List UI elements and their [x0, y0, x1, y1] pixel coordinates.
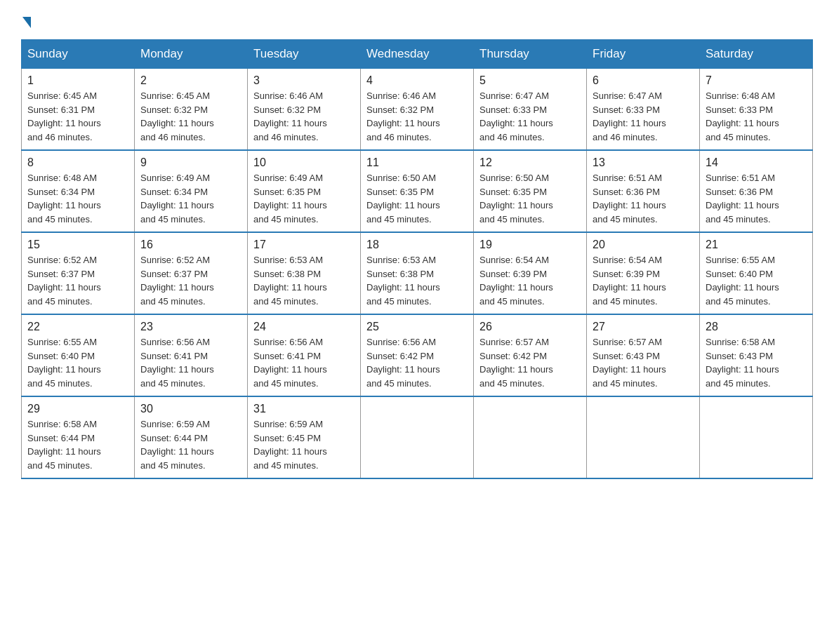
calendar-cell: 11 Sunrise: 6:50 AM Sunset: 6:35 PM Dayl… — [361, 150, 474, 232]
day-number: 26 — [479, 321, 581, 333]
header-wednesday: Wednesday — [361, 40, 474, 69]
day-number: 6 — [593, 74, 694, 87]
day-info: Sunrise: 6:46 AM Sunset: 6:32 PM Dayligh… — [253, 89, 355, 144]
day-number: 16 — [140, 239, 241, 251]
day-info: Sunrise: 6:53 AM Sunset: 6:38 PM Dayligh… — [253, 253, 355, 308]
calendar-cell: 14 Sunrise: 6:51 AM Sunset: 6:36 PM Dayl… — [700, 150, 813, 232]
day-number: 7 — [706, 74, 807, 87]
day-info: Sunrise: 6:57 AM Sunset: 6:43 PM Dayligh… — [593, 335, 694, 390]
header-thursday: Thursday — [474, 40, 587, 69]
calendar-cell: 15 Sunrise: 6:52 AM Sunset: 6:37 PM Dayl… — [22, 232, 135, 314]
day-info: Sunrise: 6:54 AM Sunset: 6:39 PM Dayligh… — [593, 253, 694, 308]
calendar-cell — [700, 396, 813, 478]
header-friday: Friday — [587, 40, 700, 69]
calendar-week-row: 15 Sunrise: 6:52 AM Sunset: 6:37 PM Dayl… — [22, 232, 813, 314]
day-info: Sunrise: 6:55 AM Sunset: 6:40 PM Dayligh… — [706, 253, 807, 308]
calendar-cell: 1 Sunrise: 6:45 AM Sunset: 6:31 PM Dayli… — [22, 69, 135, 151]
header-tuesday: Tuesday — [248, 40, 361, 69]
calendar-cell: 7 Sunrise: 6:48 AM Sunset: 6:33 PM Dayli… — [700, 69, 813, 151]
header-sunday: Sunday — [22, 40, 135, 69]
calendar-cell: 8 Sunrise: 6:48 AM Sunset: 6:34 PM Dayli… — [22, 150, 135, 232]
calendar-cell: 5 Sunrise: 6:47 AM Sunset: 6:33 PM Dayli… — [474, 69, 587, 151]
day-info: Sunrise: 6:47 AM Sunset: 6:33 PM Dayligh… — [593, 89, 694, 144]
day-number: 27 — [593, 321, 694, 333]
day-info: Sunrise: 6:54 AM Sunset: 6:39 PM Dayligh… — [479, 253, 581, 308]
day-number: 11 — [366, 156, 468, 169]
day-number: 29 — [27, 403, 128, 415]
day-info: Sunrise: 6:48 AM Sunset: 6:34 PM Dayligh… — [27, 171, 128, 226]
calendar-cell — [474, 396, 587, 478]
day-info: Sunrise: 6:59 AM Sunset: 6:44 PM Dayligh… — [140, 417, 241, 472]
day-number: 28 — [706, 321, 807, 333]
day-info: Sunrise: 6:56 AM Sunset: 6:41 PM Dayligh… — [253, 335, 355, 390]
calendar-cell: 25 Sunrise: 6:56 AM Sunset: 6:42 PM Dayl… — [361, 314, 474, 396]
calendar-cell: 3 Sunrise: 6:46 AM Sunset: 6:32 PM Dayli… — [248, 69, 361, 151]
calendar-cell: 29 Sunrise: 6:58 AM Sunset: 6:44 PM Dayl… — [22, 396, 135, 478]
calendar-table: Sunday Monday Tuesday Wednesday Thursday… — [21, 39, 813, 479]
header-monday: Monday — [135, 40, 248, 69]
day-info: Sunrise: 6:58 AM Sunset: 6:43 PM Dayligh… — [706, 335, 807, 390]
day-info: Sunrise: 6:53 AM Sunset: 6:38 PM Dayligh… — [366, 253, 468, 308]
calendar-cell: 13 Sunrise: 6:51 AM Sunset: 6:36 PM Dayl… — [587, 150, 700, 232]
day-number: 25 — [366, 321, 468, 333]
calendar-header-row: Sunday Monday Tuesday Wednesday Thursday… — [22, 40, 813, 69]
calendar-week-row: 1 Sunrise: 6:45 AM Sunset: 6:31 PM Dayli… — [22, 69, 813, 151]
day-number: 8 — [27, 156, 128, 169]
day-info: Sunrise: 6:56 AM Sunset: 6:41 PM Dayligh… — [140, 335, 241, 390]
day-info: Sunrise: 6:46 AM Sunset: 6:32 PM Dayligh… — [366, 89, 468, 144]
calendar-cell: 30 Sunrise: 6:59 AM Sunset: 6:44 PM Dayl… — [135, 396, 248, 478]
calendar-cell: 18 Sunrise: 6:53 AM Sunset: 6:38 PM Dayl… — [361, 232, 474, 314]
day-number: 19 — [479, 239, 581, 251]
day-number: 17 — [253, 239, 355, 251]
day-info: Sunrise: 6:48 AM Sunset: 6:33 PM Dayligh… — [706, 89, 807, 144]
day-info: Sunrise: 6:45 AM Sunset: 6:31 PM Dayligh… — [27, 89, 128, 144]
logo — [21, 14, 32, 25]
calendar-cell: 22 Sunrise: 6:55 AM Sunset: 6:40 PM Dayl… — [22, 314, 135, 396]
day-number: 4 — [366, 74, 468, 87]
day-info: Sunrise: 6:49 AM Sunset: 6:35 PM Dayligh… — [253, 171, 355, 226]
day-number: 5 — [479, 74, 581, 87]
day-info: Sunrise: 6:59 AM Sunset: 6:45 PM Dayligh… — [253, 417, 355, 472]
day-number: 20 — [593, 239, 694, 251]
page-header — [21, 14, 813, 25]
calendar-cell: 17 Sunrise: 6:53 AM Sunset: 6:38 PM Dayl… — [248, 232, 361, 314]
calendar-cell — [587, 396, 700, 478]
day-number: 15 — [27, 239, 128, 251]
day-info: Sunrise: 6:55 AM Sunset: 6:40 PM Dayligh… — [27, 335, 128, 390]
calendar-cell: 21 Sunrise: 6:55 AM Sunset: 6:40 PM Dayl… — [700, 232, 813, 314]
day-info: Sunrise: 6:52 AM Sunset: 6:37 PM Dayligh… — [140, 253, 241, 308]
day-number: 24 — [253, 321, 355, 333]
calendar-cell: 12 Sunrise: 6:50 AM Sunset: 6:35 PM Dayl… — [474, 150, 587, 232]
calendar-cell: 6 Sunrise: 6:47 AM Sunset: 6:33 PM Dayli… — [587, 69, 700, 151]
calendar-cell: 26 Sunrise: 6:57 AM Sunset: 6:42 PM Dayl… — [474, 314, 587, 396]
logo-arrow-icon — [22, 17, 31, 28]
day-info: Sunrise: 6:49 AM Sunset: 6:34 PM Dayligh… — [140, 171, 241, 226]
day-info: Sunrise: 6:51 AM Sunset: 6:36 PM Dayligh… — [593, 171, 694, 226]
day-number: 22 — [27, 321, 128, 333]
day-info: Sunrise: 6:47 AM Sunset: 6:33 PM Dayligh… — [479, 89, 581, 144]
calendar-cell: 28 Sunrise: 6:58 AM Sunset: 6:43 PM Dayl… — [700, 314, 813, 396]
calendar-cell: 20 Sunrise: 6:54 AM Sunset: 6:39 PM Dayl… — [587, 232, 700, 314]
calendar-week-row: 22 Sunrise: 6:55 AM Sunset: 6:40 PM Dayl… — [22, 314, 813, 396]
day-number: 2 — [140, 74, 241, 87]
calendar-week-row: 8 Sunrise: 6:48 AM Sunset: 6:34 PM Dayli… — [22, 150, 813, 232]
day-number: 18 — [366, 239, 468, 251]
day-info: Sunrise: 6:50 AM Sunset: 6:35 PM Dayligh… — [479, 171, 581, 226]
day-info: Sunrise: 6:50 AM Sunset: 6:35 PM Dayligh… — [366, 171, 468, 226]
day-info: Sunrise: 6:51 AM Sunset: 6:36 PM Dayligh… — [706, 171, 807, 226]
day-info: Sunrise: 6:56 AM Sunset: 6:42 PM Dayligh… — [366, 335, 468, 390]
day-number: 30 — [140, 403, 241, 415]
calendar-cell: 4 Sunrise: 6:46 AM Sunset: 6:32 PM Dayli… — [361, 69, 474, 151]
day-number: 23 — [140, 321, 241, 333]
day-info: Sunrise: 6:45 AM Sunset: 6:32 PM Dayligh… — [140, 89, 241, 144]
header-saturday: Saturday — [700, 40, 813, 69]
day-number: 14 — [706, 156, 807, 169]
calendar-cell: 16 Sunrise: 6:52 AM Sunset: 6:37 PM Dayl… — [135, 232, 248, 314]
day-info: Sunrise: 6:52 AM Sunset: 6:37 PM Dayligh… — [27, 253, 128, 308]
calendar-cell: 2 Sunrise: 6:45 AM Sunset: 6:32 PM Dayli… — [135, 69, 248, 151]
day-info: Sunrise: 6:57 AM Sunset: 6:42 PM Dayligh… — [479, 335, 581, 390]
calendar-cell: 31 Sunrise: 6:59 AM Sunset: 6:45 PM Dayl… — [248, 396, 361, 478]
day-number: 1 — [27, 74, 128, 87]
calendar-cell: 9 Sunrise: 6:49 AM Sunset: 6:34 PM Dayli… — [135, 150, 248, 232]
day-number: 10 — [253, 156, 355, 169]
